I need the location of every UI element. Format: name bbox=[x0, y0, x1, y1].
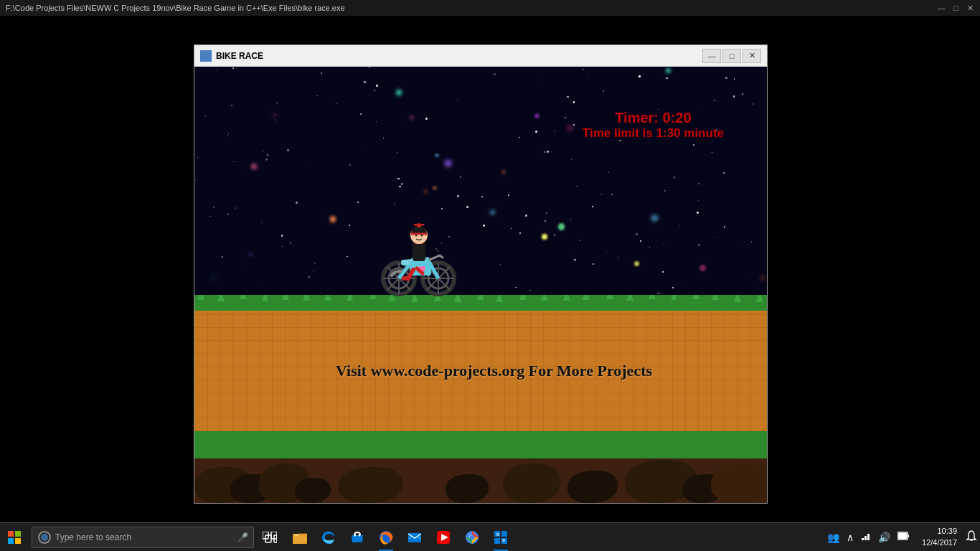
svg-point-19 bbox=[415, 235, 418, 237]
time-limit-text: Time limit is 1:30 minute bbox=[583, 126, 724, 141]
game-window: BIKE RACE — □ ✕ Timer: 0:20 Time limit i… bbox=[194, 44, 768, 504]
os-minimize-btn[interactable]: — bbox=[937, 4, 946, 12]
clock-date: 12/4/2017 bbox=[922, 537, 957, 548]
svg-rect-43 bbox=[501, 531, 507, 537]
clock-time: 10:39 bbox=[922, 526, 957, 537]
window-title-bar: BIKE RACE — □ ✕ bbox=[194, 45, 767, 67]
svg-rect-21 bbox=[8, 531, 14, 537]
svg-point-20 bbox=[421, 235, 423, 237]
svg-point-34 bbox=[359, 534, 361, 536]
svg-point-41 bbox=[470, 534, 475, 540]
notification-icon[interactable] bbox=[963, 527, 980, 547]
taskbar-apps bbox=[283, 523, 820, 552]
svg-point-18 bbox=[417, 223, 421, 227]
system-tray: 👥 ∧ 🔊 bbox=[820, 523, 916, 551]
tray-expand-icon[interactable]: ∧ bbox=[845, 530, 855, 545]
svg-rect-44 bbox=[494, 538, 500, 544]
svg-rect-24 bbox=[15, 538, 21, 544]
taskbar: Type here to search 🎤 bbox=[0, 522, 980, 551]
network-icon[interactable] bbox=[859, 529, 872, 545]
window-maximize-btn[interactable]: □ bbox=[722, 49, 741, 63]
taskbar-app-edge[interactable] bbox=[314, 523, 343, 552]
game-canvas: Timer: 0:20 Time limit is 1:30 minute bbox=[194, 67, 767, 503]
svg-rect-50 bbox=[867, 534, 870, 540]
svg-rect-22 bbox=[15, 531, 21, 537]
svg-rect-49 bbox=[864, 536, 867, 540]
taskbar-app-explorer[interactable] bbox=[286, 523, 314, 552]
window-close-btn[interactable]: ✕ bbox=[743, 49, 761, 63]
taskbar-app-store[interactable] bbox=[343, 523, 372, 552]
taskbar-app-media[interactable] bbox=[429, 523, 458, 552]
battery-icon[interactable] bbox=[896, 529, 910, 545]
svg-point-26 bbox=[41, 534, 48, 541]
taskbar-app-chrome[interactable] bbox=[458, 523, 486, 552]
window-minimize-btn[interactable]: — bbox=[702, 49, 721, 63]
svg-rect-46 bbox=[496, 533, 499, 536]
os-path-text: F:\Code Projects Files\NEWW C Projects 1… bbox=[6, 4, 937, 12]
visit-text: Visit www.code-projects.org For More Pro… bbox=[336, 362, 652, 380]
search-bar[interactable]: Type here to search 🎤 bbox=[32, 527, 254, 548]
ground-body: Visit www.code-projects.org For More Pro… bbox=[194, 311, 767, 431]
cortana-icon bbox=[38, 531, 51, 544]
search-placeholder: Type here to search bbox=[55, 532, 237, 542]
window-icon bbox=[200, 50, 212, 62]
taskbar-app-firefox[interactable] bbox=[372, 523, 400, 552]
svg-rect-48 bbox=[862, 538, 864, 540]
volume-icon[interactable]: 🔊 bbox=[877, 530, 892, 545]
bottom-ground bbox=[194, 446, 767, 503]
os-window-controls: — □ ✕ bbox=[937, 4, 974, 12]
os-maximize-btn[interactable]: □ bbox=[951, 4, 960, 12]
ground-top-grass bbox=[194, 295, 767, 311]
taskbar-app-mail[interactable] bbox=[400, 523, 429, 552]
svg-rect-32 bbox=[294, 534, 299, 536]
timer-display: Timer: 0:20 Time limit is 1:30 minute bbox=[583, 110, 724, 141]
taskbar-app-tiworker[interactable] bbox=[486, 523, 515, 552]
clock-display[interactable]: 10:39 12/4/2017 bbox=[916, 526, 963, 548]
people-icon[interactable]: 👥 bbox=[826, 530, 841, 545]
start-button[interactable] bbox=[0, 523, 29, 552]
ground-platform: Visit www.code-projects.org For More Pro… bbox=[194, 295, 767, 446]
timer-text: Timer: 0:20 bbox=[583, 110, 724, 126]
bike-rider bbox=[374, 220, 460, 298]
microphone-icon[interactable]: 🎤 bbox=[237, 532, 248, 542]
svg-rect-52 bbox=[908, 534, 909, 537]
bottom-grass-strip bbox=[194, 446, 767, 458]
svg-point-33 bbox=[354, 534, 357, 536]
os-title-bar: F:\Code Projects Files\NEWW C Projects 1… bbox=[0, 0, 980, 16]
svg-rect-53 bbox=[898, 533, 907, 539]
svg-rect-47 bbox=[502, 539, 505, 542]
task-view-button[interactable] bbox=[257, 523, 283, 552]
ground-bottom-grass bbox=[194, 431, 767, 446]
svg-rect-23 bbox=[8, 538, 14, 544]
window-title: BIKE RACE bbox=[216, 51, 702, 61]
os-close-btn[interactable]: ✕ bbox=[966, 4, 974, 12]
window-controls: — □ ✕ bbox=[702, 49, 761, 63]
svg-rect-15 bbox=[413, 241, 425, 261]
